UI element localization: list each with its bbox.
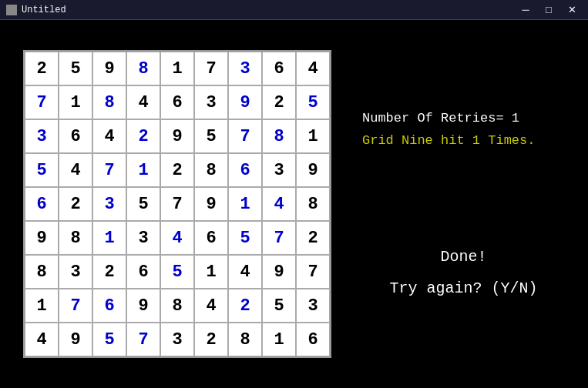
grid-cell: 9	[160, 119, 194, 153]
grid-cell: 9	[194, 187, 228, 221]
grid-cell: 8	[160, 289, 194, 323]
grid-cell: 8	[194, 153, 228, 187]
right-panel: Number Of Retries= 1 Grid Nine hit 1 Tim…	[362, 111, 565, 297]
grid-cell: 6	[59, 119, 92, 153]
grid-cell: 2	[92, 255, 126, 289]
try-again-label[interactable]: Try again? (Y/N)	[362, 279, 565, 297]
grid-cell: 2	[194, 323, 228, 356]
grid-cell: 1	[296, 119, 330, 153]
grid-cell: 2	[59, 187, 92, 221]
grid-cell: 4	[296, 52, 330, 85]
grid-cell: 5	[262, 289, 296, 323]
grid-cell: 9	[92, 52, 126, 85]
grid-hit-label: Grid Nine hit 1 Times.	[362, 133, 565, 148]
grid-cell: 7	[25, 85, 59, 119]
grid-cell: 8	[262, 119, 296, 153]
grid-cell: 8	[126, 52, 160, 85]
grid-cell: 8	[59, 221, 92, 255]
grid-cell: 3	[194, 85, 228, 119]
grid-cell: 8	[228, 323, 262, 356]
grid-cell: 4	[92, 119, 126, 153]
grid-cell: 6	[126, 255, 160, 289]
grid-cell: 5	[126, 187, 160, 221]
grid-cell: 6	[25, 187, 59, 221]
grid-cell: 4	[160, 221, 194, 255]
grid-cell: 3	[126, 221, 160, 255]
grid-cell: 7	[262, 221, 296, 255]
grid-cell: 7	[126, 323, 160, 356]
grid-cell: 1	[25, 289, 59, 323]
retries-label: Number Of Retries= 1	[362, 111, 565, 125]
grid-cell: 2	[228, 289, 262, 323]
grid-cell: 8	[92, 85, 126, 119]
grid-cell: 7	[296, 255, 330, 289]
grid-cell: 1	[126, 153, 160, 187]
grid-cell: 9	[228, 85, 262, 119]
grid-cell: 4	[25, 323, 59, 356]
grid-cell: 1	[160, 52, 194, 85]
grid-cell: 1	[228, 187, 262, 221]
grid-cell: 3	[228, 52, 262, 85]
grid-cell: 2	[262, 85, 296, 119]
grid-cell: 2	[160, 153, 194, 187]
grid-cell: 4	[126, 85, 160, 119]
grid-cell: 1	[194, 255, 228, 289]
app-icon	[6, 5, 17, 15]
grid-cell: 5	[160, 255, 194, 289]
grid-cell: 5	[92, 323, 126, 356]
grid-cell: 3	[296, 289, 330, 323]
grid-cell: 8	[25, 255, 59, 289]
grid-cell: 1	[59, 85, 92, 119]
grid-cell: 4	[194, 289, 228, 323]
grid-cell: 3	[59, 255, 92, 289]
grid-cell: 4	[262, 187, 296, 221]
grid-cell: 8	[296, 187, 330, 221]
done-label: Done!	[362, 248, 565, 266]
grid-cell: 1	[262, 323, 296, 356]
grid-cell: 2	[126, 119, 160, 153]
grid-cell: 7	[160, 187, 194, 221]
sudoku-grid: 2598173647184639253642957815471286396235…	[23, 50, 331, 358]
minimize-button[interactable]: ─	[516, 0, 536, 20]
grid-cell: 3	[25, 119, 59, 153]
grid-cell: 6	[296, 323, 330, 356]
grid-cell: 3	[92, 187, 126, 221]
grid-cell: 9	[262, 255, 296, 289]
grid-cell: 7	[194, 52, 228, 85]
grid-cell: 6	[262, 52, 296, 85]
grid-cell: 1	[92, 221, 126, 255]
grid-cell: 4	[59, 153, 92, 187]
window-title: Untitled	[22, 5, 66, 15]
titlebar-controls: ─ □ ✕	[516, 0, 582, 20]
grid-cell: 4	[228, 255, 262, 289]
grid-cell: 3	[262, 153, 296, 187]
main-content: 2598173647184639253642957815471286396235…	[0, 20, 588, 388]
titlebar: Untitled ─ □ ✕	[0, 0, 588, 20]
grid-cell: 5	[194, 119, 228, 153]
grid-cell: 6	[160, 85, 194, 119]
grid-cell: 7	[59, 289, 92, 323]
grid-cell: 2	[296, 221, 330, 255]
grid-cell: 3	[160, 323, 194, 356]
grid-cell: 5	[59, 52, 92, 85]
grid-cell: 6	[194, 221, 228, 255]
grid-cell: 9	[296, 153, 330, 187]
grid-cell: 9	[59, 323, 92, 356]
close-button[interactable]: ✕	[562, 0, 582, 20]
grid-cell: 9	[126, 289, 160, 323]
grid-cell: 5	[228, 221, 262, 255]
grid-cell: 6	[228, 153, 262, 187]
grid-cell: 2	[25, 52, 59, 85]
grid-cell: 6	[92, 289, 126, 323]
grid-cell: 7	[92, 153, 126, 187]
grid-cell: 5	[296, 85, 330, 119]
maximize-button[interactable]: □	[539, 0, 559, 20]
grid-cell: 9	[25, 221, 59, 255]
grid-cell: 5	[25, 153, 59, 187]
titlebar-left: Untitled	[6, 5, 66, 15]
grid-cell: 7	[228, 119, 262, 153]
